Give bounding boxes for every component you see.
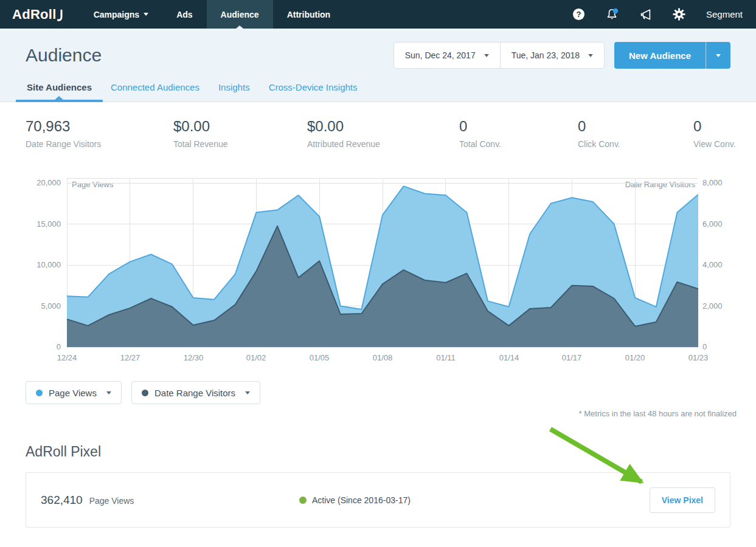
audience-tabs: Site Audiences Connected Audiences Insig… [26,82,730,101]
stat-attributed-revenue: $0.00 Attributed Revenue [307,118,459,149]
stat-value: 0 [693,118,737,135]
chart-legend: Page Views Date Range Visitors [26,381,730,404]
nav-item-audience[interactable]: Audience [207,0,273,29]
date-range-group: Sun, Dec 24, 2017 Tue, Jan 23, 2018 [394,42,605,69]
nav-item-label: Attribution [287,10,331,19]
metrics-footnote: * Metrics in the last 48 hours are not f… [0,409,737,418]
tab-site-audiences[interactable]: Site Audiences [26,82,93,101]
header-controls: Sun, Dec 24, 2017 Tue, Jan 23, 2018 New … [394,42,730,69]
tab-connected-audiences[interactable]: Connected Audiences [109,82,201,101]
x-axis-tick: 01/14 [485,353,533,362]
right-axis-tick: 2,000 [702,301,751,311]
x-axis-tick: 12/24 [43,353,91,362]
legend-label: Page Views [49,388,97,398]
right-axis-tick: 4,000 [702,260,751,269]
tab-label: Connected Audiences [111,82,199,92]
page-views-series-dot [36,390,43,396]
legend-label: Date Range Visitors [154,388,235,398]
nav-item-label: Audience [221,10,259,19]
svg-text:?: ? [577,10,581,19]
chevron-down-icon [144,13,148,16]
page-title: Audience [26,45,102,66]
tab-cross-device-insights[interactable]: Cross-Device Insights [268,82,359,101]
stat-value: 0 [578,118,693,135]
end-date-select[interactable]: Tue, Jan 23, 2018 [500,43,604,68]
stat-label: View Conv. [693,139,737,149]
stat-value: 0 [459,118,578,135]
legend-page-views-dropdown[interactable]: Page Views [26,381,122,404]
notifications-icon[interactable] [606,8,619,21]
stat-label: Attributed Revenue [307,139,459,149]
settings-icon[interactable] [673,8,686,21]
pixel-page-views: 362,410 Page Views [41,494,299,507]
right-axis-tick: 8,000 [702,178,751,187]
new-audience-dropdown-button[interactable] [706,42,730,69]
x-axis-tick: 01/02 [232,353,280,362]
stat-label: Total Revenue [173,139,307,149]
stat-label: Click Conv. [578,139,693,149]
tab-label: Cross-Device Insights [269,82,358,92]
legend-date-range-visitors-dropdown[interactable]: Date Range Visitors [131,381,260,404]
date-range-visitors-series-dot [142,390,148,396]
active-tab-notch [54,96,64,100]
left-axis-tick: 5,000 [26,301,61,311]
new-audience-split-button: New Audience [614,42,730,69]
tab-label: Site Audiences [27,82,92,92]
tab-label: Insights [218,82,250,92]
stat-value: $0.00 [173,118,307,135]
chevron-down-icon [716,54,721,57]
x-axis-tick: 01/11 [421,353,470,362]
chevron-down-icon [588,54,593,57]
x-axis-tick: 01/20 [611,353,659,362]
stat-value: 70,963 [26,118,173,135]
adroll-logo-curl-icon [57,8,64,22]
pixel-status-card: 362,410 Page Views Active (Since 2016-03… [26,472,730,528]
stat-date-range-visitors: 70,963 Date Range Visitors [26,118,173,149]
stat-click-conv: 0 Click Conv. [578,118,693,149]
active-status-dot [299,497,307,504]
tab-insights[interactable]: Insights [217,82,251,101]
announcements-icon[interactable] [639,8,653,21]
right-axis-tick: 0 [702,342,751,351]
adroll-logo-text: AdRoll [12,7,57,22]
start-date-value: Sun, Dec 24, 2017 [405,50,476,60]
pixel-page-views-label: Page Views [89,496,134,506]
nav-item-attribution[interactable]: Attribution [273,0,345,29]
pixel-page-views-value: 362,410 [41,494,83,507]
x-axis-tick: 12/27 [106,353,154,362]
pixel-status: Active (Since 2016-03-17) [299,495,650,505]
active-tab-underline [16,100,103,102]
help-icon[interactable]: ? [572,8,586,21]
left-axis-tick: 0 [26,342,61,351]
stat-label: Total Conv. [459,139,578,149]
x-axis-tick: 01/05 [295,353,344,362]
top-nav: AdRoll Campaigns Ads Audience Attributio… [0,0,756,29]
traffic-chart: Page Views Date Range Visitors 05,00010,… [26,178,730,364]
left-axis-tick: 20,000 [26,178,61,187]
start-date-select[interactable]: Sun, Dec 24, 2017 [394,43,500,68]
adroll-logo[interactable]: AdRoll [0,0,80,29]
x-axis-tick: 01/17 [547,353,596,362]
nav-item-ads[interactable]: Ads [162,0,206,29]
account-menu[interactable]: Segment [706,9,743,19]
pixel-section-heading: AdRoll Pixel [26,444,730,460]
stat-total-conv: 0 Total Conv. [459,118,578,149]
nav-item-campaigns[interactable]: Campaigns [80,0,162,29]
left-axis-tick: 15,000 [26,219,61,229]
end-date-value: Tue, Jan 23, 2018 [512,50,580,60]
x-axis-tick: 01/23 [674,353,723,362]
new-audience-button[interactable]: New Audience [614,42,706,69]
chevron-down-icon [484,54,489,57]
stat-value: $0.00 [307,118,459,135]
area-chart-plot [67,178,698,348]
stat-total-revenue: $0.00 Total Revenue [173,118,307,149]
pixel-status-text: Active (Since 2016-03-17) [312,495,411,505]
nav-item-label: Ads [176,10,192,19]
view-pixel-button[interactable]: View Pixel [650,487,715,513]
nav-right-group: ? [572,0,756,29]
stat-view-conv: 0 View Conv. [693,118,737,149]
summary-stats-row: 70,963 Date Range Visitors $0.00 Total R… [0,102,756,149]
right-axis-tick: 6,000 [702,219,751,229]
nav-item-label: Campaigns [94,10,139,19]
left-axis-tick: 10,000 [26,260,61,269]
